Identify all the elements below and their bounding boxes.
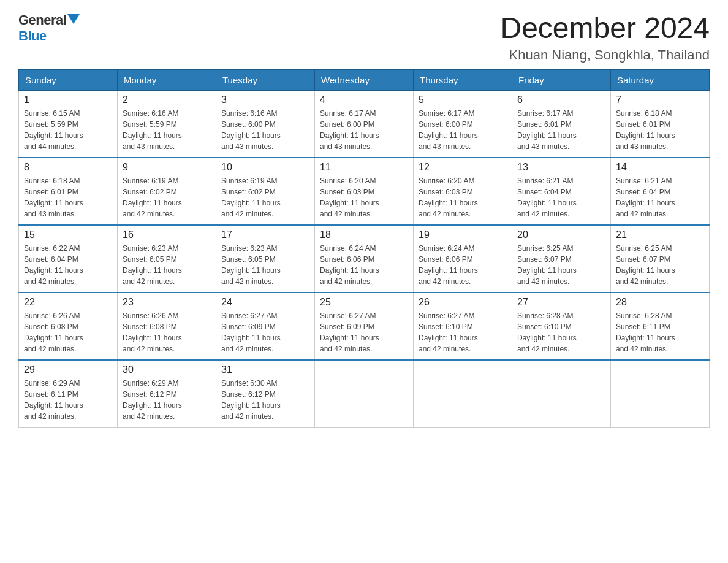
header-saturday: Saturday — [611, 69, 710, 90]
day-number: 3 — [221, 94, 309, 105]
month-title: December 2024 — [500, 12, 710, 45]
table-row: 3 Sunrise: 6:16 AMSunset: 6:00 PMDayligh… — [216, 90, 315, 158]
calendar-table: Sunday Monday Tuesday Wednesday Thursday… — [18, 69, 710, 428]
header-thursday: Thursday — [414, 69, 512, 90]
day-info: Sunrise: 6:16 AMSunset: 6:00 PMDaylight:… — [221, 108, 309, 152]
day-info: Sunrise: 6:24 AMSunset: 6:06 PMDaylight:… — [419, 243, 507, 287]
table-row: 21 Sunrise: 6:25 AMSunset: 6:07 PMDaylig… — [611, 225, 710, 293]
logo-blue-text: Blue — [18, 28, 47, 44]
day-info: Sunrise: 6:23 AMSunset: 6:05 PMDaylight:… — [221, 243, 309, 287]
logo: General Blue — [18, 12, 80, 44]
day-number: 5 — [419, 94, 507, 105]
day-number: 2 — [123, 94, 211, 105]
day-number: 7 — [616, 94, 704, 105]
page-header: General Blue December 2024 Khuan Niang, … — [18, 12, 710, 63]
day-number: 4 — [320, 94, 408, 105]
day-number: 20 — [517, 229, 605, 240]
day-number: 11 — [320, 162, 408, 173]
table-row — [414, 360, 512, 427]
day-number: 17 — [221, 229, 309, 240]
table-row: 18 Sunrise: 6:24 AMSunset: 6:06 PMDaylig… — [315, 225, 414, 293]
day-number: 14 — [616, 162, 704, 173]
day-info: Sunrise: 6:27 AMSunset: 6:10 PMDaylight:… — [419, 310, 507, 354]
table-row: 7 Sunrise: 6:18 AMSunset: 6:01 PMDayligh… — [611, 90, 710, 158]
day-number: 8 — [24, 162, 112, 173]
table-row: 26 Sunrise: 6:27 AMSunset: 6:10 PMDaylig… — [414, 293, 512, 360]
table-row: 2 Sunrise: 6:16 AMSunset: 5:59 PMDayligh… — [118, 90, 216, 158]
calendar-week-row: 29 Sunrise: 6:29 AMSunset: 6:11 PMDaylig… — [19, 360, 710, 427]
day-info: Sunrise: 6:28 AMSunset: 6:11 PMDaylight:… — [616, 310, 704, 354]
table-row: 6 Sunrise: 6:17 AMSunset: 6:01 PMDayligh… — [512, 90, 611, 158]
table-row: 14 Sunrise: 6:21 AMSunset: 6:04 PMDaylig… — [611, 158, 710, 225]
header-sunday: Sunday — [19, 69, 118, 90]
calendar-week-row: 8 Sunrise: 6:18 AMSunset: 6:01 PMDayligh… — [19, 158, 710, 225]
day-info: Sunrise: 6:29 AMSunset: 6:11 PMDaylight:… — [24, 378, 112, 422]
table-row: 25 Sunrise: 6:27 AMSunset: 6:09 PMDaylig… — [315, 293, 414, 360]
day-info: Sunrise: 6:17 AMSunset: 6:00 PMDaylight:… — [320, 108, 408, 152]
table-row: 24 Sunrise: 6:27 AMSunset: 6:09 PMDaylig… — [216, 293, 315, 360]
day-number: 18 — [320, 229, 408, 240]
day-number: 31 — [221, 364, 309, 375]
table-row: 5 Sunrise: 6:17 AMSunset: 6:00 PMDayligh… — [414, 90, 512, 158]
weekday-header-row: Sunday Monday Tuesday Wednesday Thursday… — [19, 69, 710, 90]
table-row: 13 Sunrise: 6:21 AMSunset: 6:04 PMDaylig… — [512, 158, 611, 225]
day-info: Sunrise: 6:25 AMSunset: 6:07 PMDaylight:… — [517, 243, 605, 287]
day-info: Sunrise: 6:25 AMSunset: 6:07 PMDaylight:… — [616, 243, 704, 287]
day-info: Sunrise: 6:27 AMSunset: 6:09 PMDaylight:… — [221, 310, 309, 354]
day-number: 25 — [320, 297, 408, 308]
table-row: 16 Sunrise: 6:23 AMSunset: 6:05 PMDaylig… — [118, 225, 216, 293]
day-info: Sunrise: 6:20 AMSunset: 6:03 PMDaylight:… — [419, 175, 507, 220]
table-row: 9 Sunrise: 6:19 AMSunset: 6:02 PMDayligh… — [118, 158, 216, 225]
table-row: 15 Sunrise: 6:22 AMSunset: 6:04 PMDaylig… — [19, 225, 118, 293]
day-number: 26 — [419, 297, 507, 308]
day-info: Sunrise: 6:18 AMSunset: 6:01 PMDaylight:… — [616, 108, 704, 152]
table-row: 11 Sunrise: 6:20 AMSunset: 6:03 PMDaylig… — [315, 158, 414, 225]
day-number: 9 — [123, 162, 211, 173]
calendar-week-row: 1 Sunrise: 6:15 AMSunset: 5:59 PMDayligh… — [19, 90, 710, 158]
day-number: 23 — [123, 297, 211, 308]
day-info: Sunrise: 6:16 AMSunset: 5:59 PMDaylight:… — [123, 108, 211, 152]
header-wednesday: Wednesday — [315, 69, 414, 90]
table-row: 29 Sunrise: 6:29 AMSunset: 6:11 PMDaylig… — [19, 360, 118, 427]
table-row: 1 Sunrise: 6:15 AMSunset: 5:59 PMDayligh… — [19, 90, 118, 158]
day-info: Sunrise: 6:21 AMSunset: 6:04 PMDaylight:… — [517, 175, 605, 220]
table-row: 27 Sunrise: 6:28 AMSunset: 6:10 PMDaylig… — [512, 293, 611, 360]
header-monday: Monday — [118, 69, 216, 90]
day-info: Sunrise: 6:17 AMSunset: 6:01 PMDaylight:… — [517, 108, 605, 152]
day-info: Sunrise: 6:22 AMSunset: 6:04 PMDaylight:… — [24, 243, 112, 287]
day-number: 22 — [24, 297, 112, 308]
day-number: 28 — [616, 297, 704, 308]
table-row — [512, 360, 611, 427]
table-row: 22 Sunrise: 6:26 AMSunset: 6:08 PMDaylig… — [19, 293, 118, 360]
day-number: 10 — [221, 162, 309, 173]
day-info: Sunrise: 6:29 AMSunset: 6:12 PMDaylight:… — [123, 378, 211, 422]
day-info: Sunrise: 6:19 AMSunset: 6:02 PMDaylight:… — [221, 175, 309, 220]
table-row — [315, 360, 414, 427]
day-number: 15 — [24, 229, 112, 240]
table-row: 31 Sunrise: 6:30 AMSunset: 6:12 PMDaylig… — [216, 360, 315, 427]
day-number: 24 — [221, 297, 309, 308]
table-row: 8 Sunrise: 6:18 AMSunset: 6:01 PMDayligh… — [19, 158, 118, 225]
day-info: Sunrise: 6:27 AMSunset: 6:09 PMDaylight:… — [320, 310, 408, 354]
day-number: 1 — [24, 94, 112, 105]
table-row: 30 Sunrise: 6:29 AMSunset: 6:12 PMDaylig… — [118, 360, 216, 427]
table-row: 10 Sunrise: 6:19 AMSunset: 6:02 PMDaylig… — [216, 158, 315, 225]
day-info: Sunrise: 6:24 AMSunset: 6:06 PMDaylight:… — [320, 243, 408, 287]
day-info: Sunrise: 6:18 AMSunset: 6:01 PMDaylight:… — [24, 175, 112, 220]
day-number: 29 — [24, 364, 112, 375]
day-info: Sunrise: 6:15 AMSunset: 5:59 PMDaylight:… — [24, 108, 112, 152]
day-number: 6 — [517, 94, 605, 105]
table-row: 17 Sunrise: 6:23 AMSunset: 6:05 PMDaylig… — [216, 225, 315, 293]
calendar-week-row: 15 Sunrise: 6:22 AMSunset: 6:04 PMDaylig… — [19, 225, 710, 293]
table-row: 12 Sunrise: 6:20 AMSunset: 6:03 PMDaylig… — [414, 158, 512, 225]
day-info: Sunrise: 6:26 AMSunset: 6:08 PMDaylight:… — [24, 310, 112, 354]
table-row: 20 Sunrise: 6:25 AMSunset: 6:07 PMDaylig… — [512, 225, 611, 293]
day-info: Sunrise: 6:28 AMSunset: 6:10 PMDaylight:… — [517, 310, 605, 354]
logo-triangle-icon — [67, 14, 80, 24]
table-row: 4 Sunrise: 6:17 AMSunset: 6:00 PMDayligh… — [315, 90, 414, 158]
day-number: 16 — [123, 229, 211, 240]
day-number: 27 — [517, 297, 605, 308]
day-number: 12 — [419, 162, 507, 173]
day-number: 30 — [123, 364, 211, 375]
day-info: Sunrise: 6:17 AMSunset: 6:00 PMDaylight:… — [419, 108, 507, 152]
